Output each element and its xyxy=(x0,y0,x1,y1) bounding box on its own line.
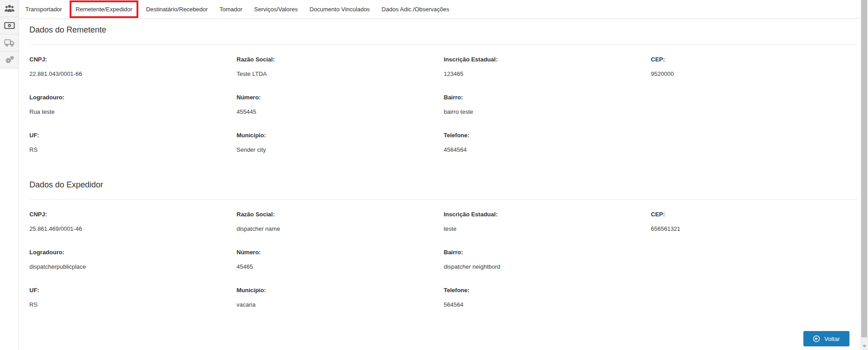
field-row: UF: RS Município: vacaria Telefone: 5645… xyxy=(29,287,858,308)
field-value: 455445 xyxy=(236,108,433,115)
field-label: Município: xyxy=(236,132,433,139)
field-label: Razão Social: xyxy=(236,211,433,218)
field-label: CEP: xyxy=(651,211,847,218)
field-row: UF: RS Município: Sender city Telefone: … xyxy=(29,132,858,153)
field-bairro: Bairro: dispatcher neightbord xyxy=(444,249,651,270)
field-uf: UF: RS xyxy=(29,132,236,153)
money-icon xyxy=(4,22,15,29)
field-value: Rua teste xyxy=(29,108,226,115)
field-bairro: Bairro: bairro teste xyxy=(444,94,651,115)
field-value: vacaria xyxy=(236,301,433,308)
field-value: dispatcher neightbord xyxy=(444,263,640,270)
field-label: UF: xyxy=(29,287,226,294)
sidebar-item-users[interactable] xyxy=(0,0,19,17)
field-numero: Número: 45465 xyxy=(236,249,443,270)
main-area: Transportador Remetente/Expedidor Destin… xyxy=(19,0,860,350)
back-button[interactable]: Voltar xyxy=(803,331,849,346)
field-label: Razão Social: xyxy=(236,56,433,63)
tab-transportador[interactable]: Transportador xyxy=(19,0,68,19)
gears-icon xyxy=(5,56,14,65)
sidebar-item-settings[interactable] xyxy=(0,51,19,69)
app-window: Transportador Remetente/Expedidor Destin… xyxy=(0,0,868,350)
field-row: CNPJ: 22.881.043/0001-66 Razão Social: T… xyxy=(29,56,858,77)
field-row: CNPJ: 25.861.469/0001-46 Razão Social: d… xyxy=(29,211,858,232)
truck-icon xyxy=(4,38,15,47)
field-uf: UF: RS xyxy=(29,287,236,308)
field-municipio: Município: Sender city xyxy=(236,132,443,153)
field-value: RS xyxy=(29,301,226,308)
sidebar-item-billing[interactable] xyxy=(0,17,19,34)
field-value: 45465 xyxy=(236,263,433,270)
field-label: CNPJ: xyxy=(29,211,226,218)
field-label: Município: xyxy=(236,287,433,294)
field-value: 656561321 xyxy=(651,225,847,232)
field-logradouro: Logradouro: dispatcherpublicplace xyxy=(29,249,236,270)
tab-remetente-expedidor[interactable]: Remetente/Expedidor xyxy=(70,0,138,18)
field-label: Número: xyxy=(236,249,433,256)
field-value: Sender city xyxy=(236,146,433,153)
circle-arrow-left-icon xyxy=(813,335,820,342)
field-inscricao-estadual: Inscrição Estadual: teste xyxy=(444,211,651,232)
tab-dados-adic-observacoes[interactable]: Dados Adic./Observações xyxy=(376,0,455,19)
field-label: Logradouro: xyxy=(29,94,226,101)
field-cnpj: CNPJ: 22.881.043/0001-66 xyxy=(29,56,236,77)
field-value: 123465 xyxy=(444,70,640,77)
users-icon xyxy=(4,5,15,13)
field-logradouro: Logradouro: Rua teste xyxy=(29,94,236,115)
arrow-down-icon xyxy=(863,345,866,347)
section-divider xyxy=(29,44,858,45)
field-telefone: Telefone: 564564 xyxy=(444,287,651,308)
remetente-fields: CNPJ: 22.881.043/0001-66 Razão Social: T… xyxy=(29,56,858,153)
field-label: Logradouro: xyxy=(29,249,226,256)
field-label: Número: xyxy=(236,94,433,101)
field-cep: CEP: 656561321 xyxy=(651,211,858,232)
field-value: teste xyxy=(444,225,640,232)
field-value: bairro teste xyxy=(444,108,640,115)
field-label: Inscrição Estadual: xyxy=(444,211,640,218)
field-label: CNPJ: xyxy=(29,56,226,63)
section-divider xyxy=(29,199,858,200)
field-value: 9520000 xyxy=(651,70,847,77)
field-cep: CEP: 9520000 xyxy=(651,56,858,77)
scrollbar-down-button[interactable] xyxy=(860,343,868,349)
field-row: Logradouro: dispatcherpublicplace Número… xyxy=(29,249,858,270)
field-value: 25.861.469/0001-46 xyxy=(29,225,226,232)
field-razao-social: Razão Social: Teste LTDA xyxy=(236,56,443,77)
field-value: RS xyxy=(29,146,226,153)
tab-bar: Transportador Remetente/Expedidor Destin… xyxy=(19,0,860,19)
tab-destinatario-recebedor[interactable]: Destinatário/Recebedor xyxy=(140,0,214,19)
field-label: CEP: xyxy=(651,56,847,63)
scrollbar-thumb[interactable] xyxy=(861,0,867,337)
sidebar-item-transport[interactable] xyxy=(0,34,19,51)
field-razao-social: Razão Social: dispatcher name xyxy=(236,211,443,232)
field-cnpj: CNPJ: 25.861.469/0001-46 xyxy=(29,211,236,232)
section-title-remetente: Dados do Remetente xyxy=(29,25,858,35)
expedidor-fields: CNPJ: 25.861.469/0001-46 Razão Social: d… xyxy=(29,211,858,308)
field-value: dispatcher name xyxy=(236,225,433,232)
field-label: UF: xyxy=(29,132,226,139)
field-label: Telefone: xyxy=(444,132,640,139)
back-button-label: Voltar xyxy=(824,336,840,342)
field-label: Bairro: xyxy=(444,249,640,256)
field-numero: Número: 455445 xyxy=(236,94,443,115)
field-value: 22.881.043/0001-66 xyxy=(29,70,226,77)
tab-servicos-valores[interactable]: Serviços/Valores xyxy=(248,0,304,19)
vertical-scrollbar[interactable] xyxy=(860,0,868,350)
field-value: 564564 xyxy=(444,301,640,308)
sidebar xyxy=(0,0,19,350)
tab-documento-vinculados[interactable]: Documento Vinculados xyxy=(304,0,376,19)
field-value: 4564564 xyxy=(444,146,640,153)
field-label: Bairro: xyxy=(444,94,640,101)
section-title-expedidor: Dados do Expedidor xyxy=(29,180,858,190)
field-label: Telefone: xyxy=(444,287,640,294)
field-value: dispatcherpublicplace xyxy=(29,263,226,270)
field-telefone: Telefone: 4564564 xyxy=(444,132,651,153)
field-value: Teste LTDA xyxy=(236,70,433,77)
field-label: Inscrição Estadual: xyxy=(444,56,640,63)
field-inscricao-estadual: Inscrição Estadual: 123465 xyxy=(444,56,651,77)
field-municipio: Município: vacaria xyxy=(236,287,443,308)
field-row: Logradouro: Rua teste Número: 455445 Bai… xyxy=(29,94,858,115)
tab-tomador[interactable]: Tomador xyxy=(214,0,249,19)
content-area: Dados do Remetente CNPJ: 22.881.043/0001… xyxy=(19,25,860,308)
